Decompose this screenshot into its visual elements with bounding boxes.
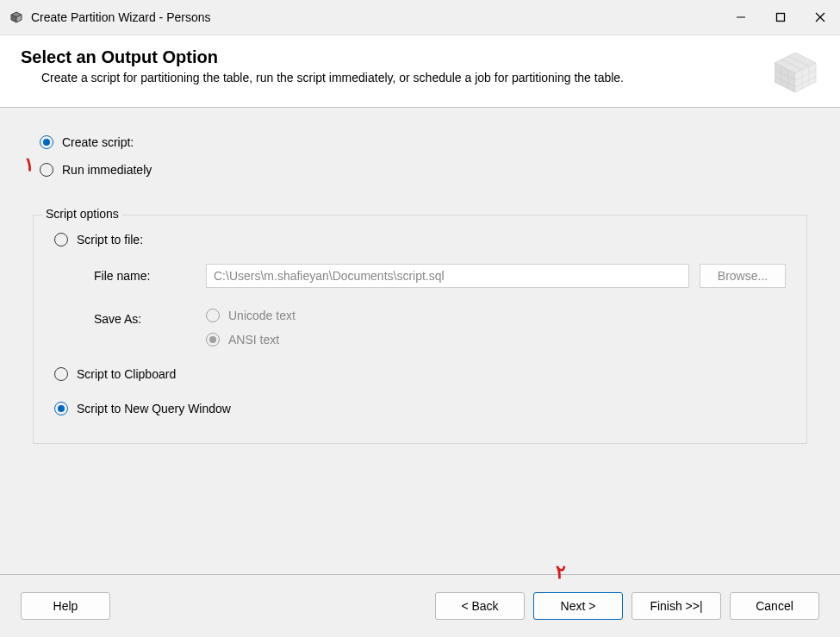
radio-script-to-new-query[interactable]: Script to New Query Window (54, 402, 786, 415)
footer: Help < Back Next > Finish >>| Cancel (0, 574, 840, 637)
header-panel: Select an Output Option Create a script … (0, 34, 840, 108)
radio-run-immediately[interactable]: Run immediately (24, 163, 816, 177)
file-name-input[interactable] (206, 264, 689, 288)
radio-label: Run immediately (62, 163, 152, 177)
maximize-button[interactable] (761, 0, 800, 34)
radio-label: ANSI text (228, 333, 279, 347)
radio-icon (206, 309, 220, 322)
file-name-label: File name: (94, 269, 206, 283)
radio-icon (40, 163, 53, 177)
save-as-label: Save As: (94, 309, 206, 326)
radio-label: Script to New Query Window (77, 402, 231, 415)
radio-unicode-text[interactable]: Unicode text (206, 309, 296, 322)
next-button[interactable]: Next > (533, 592, 623, 620)
radio-script-to-file[interactable]: Script to file: (54, 233, 786, 247)
app-icon (9, 9, 24, 25)
window-title: Create Partition Wizard - Persons (31, 10, 721, 24)
close-button[interactable] (800, 0, 840, 34)
svg-rect-1 (777, 14, 785, 22)
radio-ansi-text[interactable]: ANSI text (206, 333, 296, 347)
back-button[interactable]: < Back (435, 592, 525, 620)
radio-icon (40, 135, 53, 149)
server-icon (775, 47, 826, 95)
radio-script-to-clipboard[interactable]: Script to Clipboard (54, 367, 786, 381)
titlebar: Create Partition Wizard - Persons (0, 0, 840, 34)
cancel-button[interactable]: Cancel (730, 592, 819, 620)
radio-icon (54, 402, 68, 415)
window-controls (721, 0, 840, 34)
radio-icon (54, 367, 68, 381)
page-title: Select an Output Option (21, 47, 766, 67)
radio-label: Create script: (62, 135, 134, 149)
page-subtitle: Create a script for partitioning the tab… (21, 71, 766, 84)
file-name-row: File name: Browse... (94, 264, 786, 288)
wizard-window: Create Partition Wizard - Persons Select… (0, 0, 840, 637)
content-area: Create script: Run immediately Script op… (0, 108, 840, 574)
browse-button[interactable]: Browse... (700, 264, 786, 288)
save-as-row: Save As: Unicode text ANSI text (94, 309, 786, 347)
radio-label: Script to file: (77, 233, 143, 247)
radio-create-script[interactable]: Create script: (24, 135, 816, 149)
radio-label: Unicode text (228, 309, 296, 322)
minimize-button[interactable] (721, 0, 761, 34)
save-as-options: Unicode text ANSI text (206, 309, 296, 347)
finish-button[interactable]: Finish >>| (632, 592, 721, 620)
radio-icon (54, 233, 68, 247)
radio-icon (206, 333, 220, 347)
header-text: Select an Output Option Create a script … (21, 47, 766, 95)
help-button[interactable]: Help (21, 592, 110, 620)
fieldset-legend: Script options (42, 207, 122, 221)
script-options-fieldset: Script options Script to file: File name… (33, 215, 807, 444)
radio-label: Script to Clipboard (77, 367, 176, 381)
